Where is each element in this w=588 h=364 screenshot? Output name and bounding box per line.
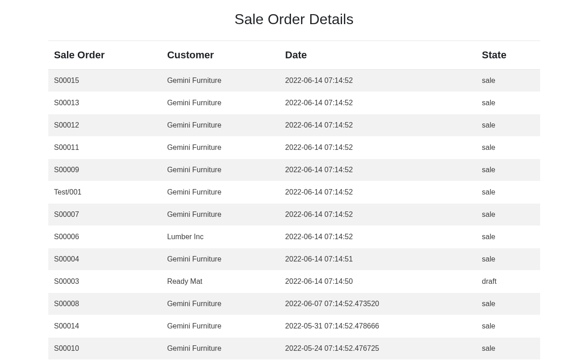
cell-customer: Gemini Furniture bbox=[161, 114, 279, 137]
cell-date: 2022-06-14 07:14:52 bbox=[279, 70, 476, 92]
table-row[interactable]: S00013Gemini Furniture2022-06-14 07:14:5… bbox=[48, 92, 540, 114]
table-row[interactable]: S00008Gemini Furniture2022-06-07 07:14:5… bbox=[48, 293, 540, 315]
cell-state: sale bbox=[476, 114, 540, 137]
cell-customer: Gemini Furniture bbox=[161, 293, 279, 315]
cell-sale-order: S00010 bbox=[48, 338, 161, 360]
cell-state: sale bbox=[476, 293, 540, 315]
table-row[interactable]: S00012Gemini Furniture2022-06-14 07:14:5… bbox=[48, 114, 540, 137]
cell-state: sale bbox=[476, 248, 540, 271]
cell-sale-order: S00009 bbox=[48, 159, 161, 181]
cell-state: sale bbox=[476, 70, 540, 92]
cell-customer: Gemini Furniture bbox=[161, 70, 279, 92]
cell-customer: Ready Mat bbox=[161, 271, 279, 293]
table-row[interactable]: S00009Gemini Furniture2022-06-14 07:14:5… bbox=[48, 159, 540, 181]
table-header-row: Sale Order Customer Date State bbox=[48, 41, 540, 70]
cell-date: 2022-06-14 07:14:52 bbox=[279, 181, 476, 204]
table-row[interactable]: S00006Lumber Inc2022-06-14 07:14:52sale bbox=[48, 226, 540, 248]
cell-sale-order: S00004 bbox=[48, 248, 161, 271]
cell-customer: Gemini Furniture bbox=[161, 137, 279, 159]
cell-date: 2022-06-14 07:14:52 bbox=[279, 137, 476, 159]
cell-sale-order: S00011 bbox=[48, 137, 161, 159]
cell-state: sale bbox=[476, 92, 540, 114]
table-row[interactable]: Test/001Gemini Furniture2022-06-14 07:14… bbox=[48, 181, 540, 204]
cell-customer: Gemini Furniture bbox=[161, 181, 279, 204]
cell-date: 2022-06-14 07:14:52 bbox=[279, 159, 476, 181]
cell-customer: Gemini Furniture bbox=[161, 338, 279, 360]
cell-state: sale bbox=[476, 137, 540, 159]
header-sale-order: Sale Order bbox=[48, 41, 161, 70]
cell-customer: Gemini Furniture bbox=[161, 159, 279, 181]
cell-date: 2022-06-14 07:14:51 bbox=[279, 248, 476, 271]
cell-customer: Gemini Furniture bbox=[161, 92, 279, 114]
header-state: State bbox=[476, 41, 540, 70]
cell-state: sale bbox=[476, 226, 540, 248]
cell-date: 2022-06-14 07:14:52 bbox=[279, 92, 476, 114]
table-row[interactable]: S00010Gemini Furniture2022-05-24 07:14:5… bbox=[48, 338, 540, 360]
cell-date: 2022-05-31 07:14:52.478666 bbox=[279, 315, 476, 338]
cell-customer: Gemini Furniture bbox=[161, 248, 279, 271]
cell-state: sale bbox=[476, 181, 540, 204]
cell-date: 2022-06-14 07:14:52 bbox=[279, 204, 476, 226]
cell-customer: Gemini Furniture bbox=[161, 315, 279, 338]
cell-state: sale bbox=[476, 315, 540, 338]
cell-customer: Gemini Furniture bbox=[161, 204, 279, 226]
cell-state: sale bbox=[476, 338, 540, 360]
table-row[interactable]: S00004Gemini Furniture2022-06-14 07:14:5… bbox=[48, 248, 540, 271]
cell-state: sale bbox=[476, 159, 540, 181]
table-row[interactable]: S00011Gemini Furniture2022-06-14 07:14:5… bbox=[48, 137, 540, 159]
cell-date: 2022-05-24 07:14:52.476725 bbox=[279, 338, 476, 360]
table-row[interactable]: S00014Gemini Furniture2022-05-31 07:14:5… bbox=[48, 315, 540, 338]
table-row[interactable]: S00015Gemini Furniture2022-06-14 07:14:5… bbox=[48, 70, 540, 92]
table-row[interactable]: S00007Gemini Furniture2022-06-14 07:14:5… bbox=[48, 204, 540, 226]
cell-date: 2022-06-14 07:14:52 bbox=[279, 226, 476, 248]
cell-sale-order: S00012 bbox=[48, 114, 161, 137]
cell-customer: Lumber Inc bbox=[161, 226, 279, 248]
cell-sale-order: S00015 bbox=[48, 70, 161, 92]
cell-state: draft bbox=[476, 271, 540, 293]
page-title: Sale Order Details bbox=[48, 11, 540, 28]
cell-sale-order: S00014 bbox=[48, 315, 161, 338]
table-row[interactable]: S00003Ready Mat2022-06-14 07:14:50draft bbox=[48, 271, 540, 293]
cell-sale-order: S00008 bbox=[48, 293, 161, 315]
cell-sale-order: S00007 bbox=[48, 204, 161, 226]
cell-sale-order: S00006 bbox=[48, 226, 161, 248]
cell-date: 2022-06-07 07:14:52.473520 bbox=[279, 293, 476, 315]
cell-sale-order: Test/001 bbox=[48, 181, 161, 204]
cell-sale-order: S00003 bbox=[48, 271, 161, 293]
cell-state: sale bbox=[476, 204, 540, 226]
cell-sale-order: S00013 bbox=[48, 92, 161, 114]
cell-date: 2022-06-14 07:14:50 bbox=[279, 271, 476, 293]
header-customer: Customer bbox=[161, 41, 279, 70]
header-date: Date bbox=[279, 41, 476, 70]
sale-order-table: Sale Order Customer Date State S00015Gem… bbox=[48, 41, 540, 360]
cell-date: 2022-06-14 07:14:52 bbox=[279, 114, 476, 137]
